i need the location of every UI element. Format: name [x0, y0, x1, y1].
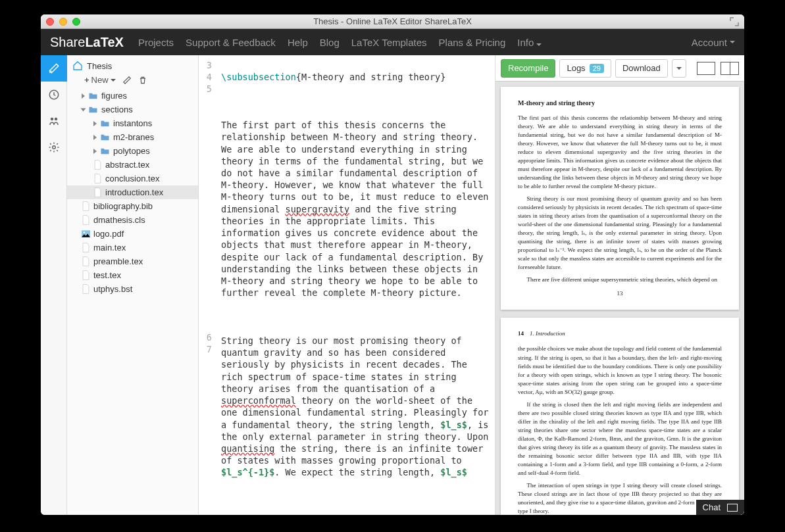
pdf-pages[interactable]: M-theory and string theory The first par… — [495, 82, 744, 515]
svg-point-1 — [51, 118, 54, 121]
file-icon — [82, 256, 90, 266]
pdf-page-13: M-theory and string theory The first par… — [501, 87, 739, 310]
pdf-paragraph: the possible choices we make about the t… — [518, 345, 722, 396]
nav-templates[interactable]: LaTeX Templates — [351, 37, 427, 48]
pdf-paragraph: The interaction of open strings in type … — [518, 481, 722, 515]
folder-label: polytopes — [113, 146, 150, 156]
rename-icon[interactable] — [122, 76, 132, 85]
pdf-page-header: 14 1. Introduction — [518, 329, 722, 338]
file-utphys[interactable]: utphys.bst — [67, 282, 198, 296]
file-icon — [82, 215, 90, 225]
download-dropdown[interactable] — [672, 59, 686, 78]
window-fullscreen-icon[interactable] — [730, 17, 739, 26]
file-label: preamble.tex — [93, 256, 143, 266]
folder-figures[interactable]: figures — [67, 89, 198, 103]
caret-down-icon — [111, 79, 116, 82]
logs-count-badge: 29 — [590, 64, 604, 73]
download-button[interactable]: Download — [615, 59, 668, 78]
chevron-right-icon — [93, 121, 97, 126]
file-icon — [82, 201, 90, 211]
chat-icon — [727, 504, 738, 512]
file-introduction[interactable]: introduction.tex — [67, 185, 198, 199]
file-label: abstract.tex — [105, 160, 149, 170]
left-iconbar — [41, 55, 67, 515]
nav-info[interactable]: Info — [517, 37, 542, 48]
recompile-button[interactable]: Recompile — [501, 59, 555, 78]
chevron-right-icon — [93, 149, 97, 154]
pdf-paragraph: There are five different unique supersym… — [518, 276, 722, 284]
folder-instantons[interactable]: instantons — [67, 116, 198, 130]
file-icon — [93, 174, 102, 183]
home-icon — [72, 60, 83, 71]
nav-help[interactable]: Help — [288, 37, 308, 48]
file-main[interactable]: main.tex — [67, 241, 198, 254]
iconbar-edit[interactable] — [41, 55, 67, 82]
folder-m2-branes[interactable]: m2-branes — [67, 130, 198, 144]
folder-label: instantons — [113, 118, 152, 128]
file-icon — [93, 187, 102, 197]
pdf-paragraph: The first part of this thesis concerns t… — [518, 114, 722, 191]
chat-toggle[interactable]: Chat — [696, 500, 744, 515]
file-label: conclusion.tex — [105, 174, 159, 183]
new-file-button[interactable]: +New — [84, 75, 116, 85]
nav-plans[interactable]: Plans & Pricing — [439, 37, 506, 48]
line-gutter: 3 4 5 6 7 — [199, 55, 218, 515]
file-icon — [93, 160, 102, 170]
caret-down-icon — [730, 41, 735, 43]
code-editor[interactable]: 3 4 5 6 7 \subsubsection{M-theory and st… — [199, 55, 495, 515]
file-label: bibliography.bib — [93, 201, 153, 211]
folder-polytopes[interactable]: polytopes — [67, 144, 198, 158]
chevron-down-icon — [81, 108, 86, 111]
folder-sections[interactable]: sections — [67, 103, 198, 116]
file-label: utphys.bst — [93, 284, 132, 294]
iconbar-share[interactable] — [41, 108, 67, 134]
logs-button[interactable]: Logs29 — [559, 59, 611, 78]
code-area[interactable]: \subsubsection{M-theory and string theor… — [218, 55, 495, 515]
chevron-right-icon — [93, 135, 97, 140]
file-logo[interactable]: logo.pdf — [67, 227, 198, 241]
brand-logo[interactable]: ShareLaTeX — [50, 35, 124, 50]
window-zoom-button[interactable] — [72, 18, 80, 26]
file-icon — [82, 270, 90, 280]
folder-icon — [100, 147, 110, 155]
svg-point-5 — [84, 231, 86, 233]
file-label: dmathesis.cls — [93, 215, 145, 225]
file-conclusion[interactable]: conclusion.tex — [67, 172, 198, 185]
file-icon — [82, 284, 90, 294]
project-name[interactable]: Thesis — [87, 61, 112, 71]
folder-label: figures — [101, 91, 127, 101]
folder-label: sections — [101, 105, 133, 114]
file-label: introduction.tex — [105, 187, 163, 197]
nav-blog[interactable]: Blog — [320, 37, 340, 48]
layout-split-button[interactable] — [721, 62, 739, 75]
layout-full-button[interactable] — [697, 62, 715, 75]
file-abstract[interactable]: abstract.tex — [67, 158, 198, 172]
file-dmathesis[interactable]: dmathesis.cls — [67, 213, 198, 227]
folder-icon — [88, 106, 98, 114]
folder-icon — [100, 133, 110, 141]
pdf-paragraph: String theory is our most promising theo… — [518, 195, 722, 272]
pdf-section-title: M-theory and string theory — [518, 99, 722, 109]
caret-down-icon — [536, 43, 542, 46]
window-close-button[interactable] — [46, 18, 54, 26]
caret-down-icon — [676, 67, 682, 70]
chevron-right-icon — [82, 93, 85, 99]
image-icon — [82, 229, 90, 239]
nav-account[interactable]: Account — [692, 37, 735, 48]
file-preamble[interactable]: preamble.tex — [67, 254, 198, 268]
nav-support[interactable]: Support & Feedback — [186, 37, 276, 48]
window-minimize-button[interactable] — [59, 18, 67, 26]
folder-icon — [88, 92, 98, 100]
file-bibliography[interactable]: bibliography.bib — [67, 199, 198, 213]
svg-point-3 — [53, 146, 56, 149]
mac-titlebar: Thesis - Online LaTeX Editor ShareLaTeX — [41, 14, 744, 29]
folder-label: m2-branes — [113, 132, 154, 142]
delete-icon[interactable] — [138, 76, 147, 85]
folder-icon — [100, 120, 110, 128]
iconbar-settings[interactable] — [41, 134, 67, 160]
chat-label: Chat — [703, 502, 721, 512]
file-test[interactable]: test.tex — [67, 268, 198, 282]
pdf-paragraph: If the string is closed then the left an… — [518, 400, 722, 477]
iconbar-history[interactable] — [41, 82, 67, 108]
nav-projects[interactable]: Projects — [138, 37, 174, 48]
